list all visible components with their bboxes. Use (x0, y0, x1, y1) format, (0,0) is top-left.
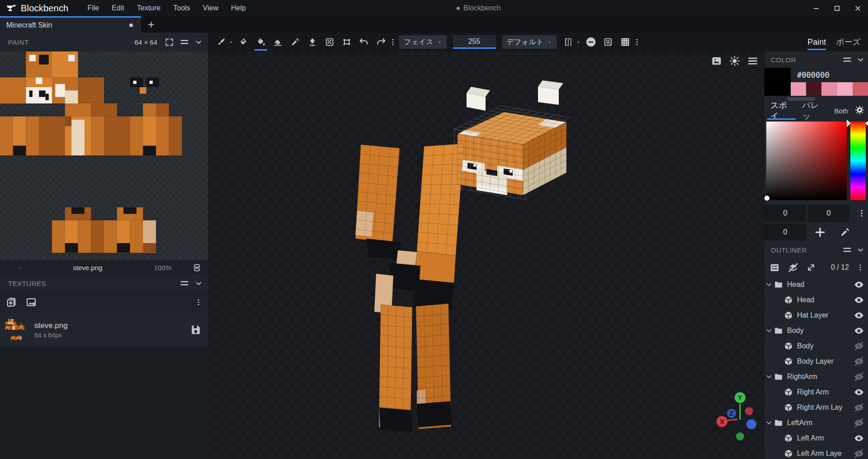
chevron-down-icon[interactable] (765, 419, 773, 426)
panel-menu-icon[interactable] (842, 55, 852, 65)
painting-grid-button[interactable] (618, 34, 633, 50)
menu-tools[interactable]: Tools (167, 0, 196, 16)
collapse-panel-icon[interactable] (857, 246, 864, 254)
pick-color-button[interactable] (840, 227, 850, 238)
chevron-down-icon[interactable] (765, 373, 773, 380)
copy-brush-tool-button[interactable] (236, 34, 251, 50)
outliner-item-head[interactable]: Head (764, 292, 868, 308)
toolbar-overflow-icon[interactable] (633, 38, 641, 46)
mirror-paint-dropdown[interactable] (576, 34, 581, 50)
color-value-r-input[interactable] (764, 205, 806, 222)
outliner-item-rightarm[interactable]: RightArm (764, 369, 868, 384)
viewport-menu-icon[interactable] (747, 55, 759, 67)
texture-list-item[interactable]: steve.png 64 x 64px (0, 313, 208, 347)
orientation-gizmo[interactable]: Z Y X (703, 384, 764, 445)
chevron-down-icon[interactable] (765, 281, 773, 288)
minimize-button[interactable] (806, 0, 826, 16)
layers-icon[interactable] (192, 263, 202, 272)
lighting-icon[interactable] (729, 55, 741, 67)
outliner-item-body[interactable]: Body (764, 323, 868, 338)
menu-file[interactable]: File (81, 0, 105, 16)
color-value-b-input[interactable] (764, 224, 806, 241)
maximize-button[interactable] (826, 0, 847, 16)
color-picker-tool-button[interactable] (288, 34, 303, 50)
brush-tool-button[interactable] (213, 34, 229, 50)
add-palette-color-button[interactable] (813, 225, 827, 239)
gradient-tool-button[interactable] (305, 34, 320, 50)
collapse-panel-icon[interactable] (195, 280, 203, 287)
opacity-input[interactable] (453, 35, 496, 49)
tab-minecraft-skin[interactable]: Minecraft Skin (0, 16, 141, 33)
current-color-swatch[interactable] (764, 68, 791, 96)
visibility-off-icon[interactable] (854, 402, 864, 413)
menu-view[interactable]: View (197, 0, 225, 16)
outliner-item-body[interactable]: Body (764, 338, 868, 354)
saturation-square[interactable] (766, 122, 847, 200)
palette-swatch[interactable] (791, 82, 806, 96)
outliner-item-head[interactable]: Head (764, 277, 868, 292)
create-texture-icon[interactable] (5, 296, 17, 308)
visibility-off-icon[interactable] (854, 417, 864, 428)
face-mode-dropdown[interactable]: フェイス (399, 35, 447, 49)
chevron-down-icon[interactable] (765, 327, 773, 334)
mode-tab-pose[interactable]: ポーズ (836, 33, 861, 52)
visibility-off-icon[interactable] (854, 371, 864, 382)
visibility-off-icon[interactable] (854, 448, 864, 459)
import-texture-icon[interactable] (25, 296, 37, 308)
outliner-item-left-arm[interactable]: Left Arm (764, 431, 868, 446)
palette-swatch[interactable] (853, 82, 868, 96)
collapse-panel-icon[interactable] (195, 38, 203, 46)
expand-all-icon[interactable] (806, 262, 816, 272)
brush-dropdown[interactable] (229, 34, 234, 50)
menu-help[interactable]: Help (225, 0, 252, 16)
panel-menu-icon[interactable] (179, 37, 189, 47)
blend-mode-dropdown[interactable]: デフォルト (502, 35, 557, 49)
menu-edit[interactable]: Edit (105, 0, 131, 16)
outliner-item-left-arm-laye[interactable]: Left Arm Laye (764, 446, 868, 459)
blank-color-button[interactable] (583, 34, 599, 50)
close-button[interactable] (847, 0, 868, 16)
visibility-on-icon[interactable] (854, 310, 864, 321)
outliner-item-hat-layer[interactable]: Hat Layer (764, 308, 868, 323)
background-image-icon[interactable] (711, 55, 722, 67)
outliner-options-icon[interactable] (769, 262, 780, 273)
redo-button[interactable] (373, 34, 389, 50)
mirror-paint-button[interactable] (561, 34, 576, 50)
visibility-on-icon[interactable] (854, 433, 864, 444)
visibility-on-icon[interactable] (854, 325, 864, 336)
panel-menu-icon[interactable] (179, 278, 189, 288)
pixel-grid-button[interactable] (600, 34, 616, 50)
hex-color-input[interactable] (791, 68, 868, 82)
save-texture-icon[interactable] (189, 323, 203, 337)
hue-slider[interactable] (850, 122, 866, 200)
hide-everything-icon[interactable] (788, 262, 799, 273)
visibility-on-icon[interactable] (854, 279, 864, 290)
color-settings-button[interactable] (854, 104, 865, 117)
toolbar-overflow-icon[interactable] (389, 38, 397, 46)
saturation-cursor[interactable] (764, 196, 769, 201)
visibility-off-icon[interactable] (854, 356, 864, 367)
texture-2d-view[interactable] (0, 52, 208, 260)
menu-texture[interactable]: Texture (131, 0, 167, 16)
panel-menu-icon[interactable] (842, 245, 852, 255)
shape-tool-button[interactable] (339, 34, 354, 50)
color-value-g-input[interactable] (808, 205, 849, 222)
outliner-item-right-arm[interactable]: Right Arm (764, 384, 868, 400)
visibility-on-icon[interactable] (854, 387, 864, 398)
collapse-panel-icon[interactable] (857, 56, 864, 64)
palette-swatch[interactable] (806, 82, 821, 96)
tab-both[interactable]: Both (830, 101, 852, 121)
tab-picker[interactable]: スポイ (766, 101, 797, 121)
eraser-tool-button[interactable] (270, 34, 286, 50)
paint-bucket-tool-button[interactable] (253, 34, 269, 50)
textures-overflow-icon[interactable] (194, 298, 203, 306)
mode-tab-paint[interactable]: Paint (807, 33, 826, 52)
viewport-3d[interactable]: Z Y X Alt ピッカー 60 FPS (208, 52, 764, 459)
fullscreen-icon[interactable] (165, 37, 174, 47)
new-tab-button[interactable] (141, 16, 161, 33)
outliner-item-right-arm-lay[interactable]: Right Arm Lay (764, 400, 868, 415)
visibility-on-icon[interactable] (854, 295, 864, 305)
color-overflow-icon[interactable] (857, 207, 866, 219)
outliner-overflow-icon[interactable] (856, 263, 864, 272)
undo-button[interactable] (356, 34, 372, 50)
